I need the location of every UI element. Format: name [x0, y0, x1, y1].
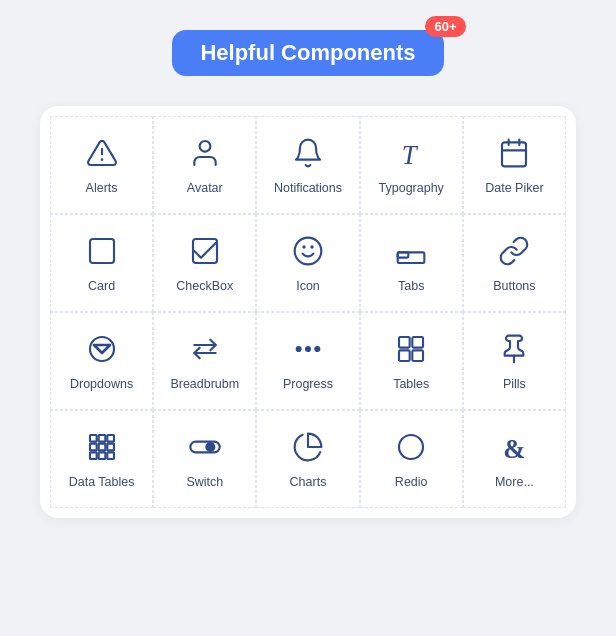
- svg-text:T: T: [402, 140, 419, 169]
- svg-point-2: [199, 141, 210, 152]
- buttons-label: Buttons: [493, 279, 535, 293]
- grid-item-checkbox[interactable]: CheckBox: [153, 214, 256, 312]
- svg-rect-32: [90, 452, 97, 459]
- icon-icon: [290, 233, 326, 269]
- svg-rect-23: [399, 350, 410, 361]
- grid-item-dropdowns[interactable]: Dropdowns: [50, 312, 153, 410]
- dropdowns-icon: [84, 331, 120, 367]
- card-icon: [84, 233, 120, 269]
- pills-label: Pills: [503, 377, 526, 391]
- grid-item-typography[interactable]: TTypography: [360, 116, 463, 214]
- component-count-badge: 60+: [425, 16, 465, 37]
- svg-rect-34: [107, 452, 114, 459]
- grid-item-breadcrumbm[interactable]: Breadbrubm: [153, 312, 256, 410]
- svg-rect-28: [107, 435, 114, 442]
- title-pill: Helpful Components: [172, 30, 443, 76]
- svg-rect-9: [193, 239, 217, 263]
- components-grid-container: AlertsAvatarNotificationsTTypographyDate…: [40, 106, 576, 518]
- avatar-icon: [187, 135, 223, 171]
- progress-label: Progress: [283, 377, 333, 391]
- switch-icon: [187, 429, 223, 465]
- grid-item-more[interactable]: &More...: [463, 410, 566, 508]
- svg-rect-22: [413, 337, 424, 348]
- svg-rect-31: [107, 444, 114, 451]
- tables-icon: [393, 331, 429, 367]
- svg-point-36: [206, 443, 214, 451]
- grid-item-progress[interactable]: Progress: [256, 312, 359, 410]
- grid-item-tabs[interactable]: Tabs: [360, 214, 463, 312]
- svg-rect-4: [502, 142, 526, 166]
- grid-item-buttons[interactable]: Buttons: [463, 214, 566, 312]
- data-tables-icon: [84, 429, 120, 465]
- date-piker-icon: [496, 135, 532, 171]
- grid-item-charts[interactable]: Charts: [256, 410, 359, 508]
- svg-rect-14: [398, 252, 409, 257]
- grid-item-switch[interactable]: Switch: [153, 410, 256, 508]
- more-icon: &: [496, 429, 532, 465]
- card-label: Card: [88, 279, 115, 293]
- page-title: Helpful Components: [200, 40, 415, 65]
- grid-item-icon[interactable]: Icon: [256, 214, 359, 312]
- svg-point-10: [295, 238, 322, 265]
- svg-point-19: [306, 347, 310, 351]
- svg-point-37: [399, 435, 423, 459]
- more-label: More...: [495, 475, 534, 489]
- components-grid: AlertsAvatarNotificationsTTypographyDate…: [50, 116, 566, 508]
- typography-icon: T: [393, 135, 429, 171]
- alerts-icon: [84, 135, 120, 171]
- tables-label: Tables: [393, 377, 429, 391]
- grid-item-avatar[interactable]: Avatar: [153, 116, 256, 214]
- switch-label: Switch: [186, 475, 223, 489]
- charts-icon: [290, 429, 326, 465]
- svg-rect-33: [98, 452, 105, 459]
- grid-item-pills[interactable]: Pills: [463, 312, 566, 410]
- typography-label: Typography: [379, 181, 444, 195]
- notifications-label: Notifications: [274, 181, 342, 195]
- notifications-icon: [290, 135, 326, 171]
- svg-rect-27: [98, 435, 105, 442]
- checkbox-icon: [187, 233, 223, 269]
- svg-rect-24: [413, 350, 424, 361]
- header-section: Helpful Components 60+: [172, 30, 443, 76]
- redio-label: Redio: [395, 475, 428, 489]
- svg-point-18: [297, 347, 301, 351]
- svg-rect-30: [98, 444, 105, 451]
- redio-icon: [393, 429, 429, 465]
- breadcrumbm-icon: [187, 331, 223, 367]
- grid-item-date-piker[interactable]: Date Piker: [463, 116, 566, 214]
- svg-text:&: &: [504, 434, 526, 463]
- grid-item-data-tables[interactable]: Data Tables: [50, 410, 153, 508]
- pills-icon: [496, 331, 532, 367]
- buttons-icon: [496, 233, 532, 269]
- grid-item-redio[interactable]: Redio: [360, 410, 463, 508]
- progress-icon: [290, 331, 326, 367]
- tabs-icon: [393, 233, 429, 269]
- grid-item-notifications[interactable]: Notifications: [256, 116, 359, 214]
- checkbox-label: CheckBox: [176, 279, 233, 293]
- title-badge-wrapper: Helpful Components 60+: [172, 30, 443, 76]
- dropdowns-label: Dropdowns: [70, 377, 133, 391]
- tabs-label: Tabs: [398, 279, 424, 293]
- svg-rect-26: [90, 435, 97, 442]
- date-piker-label: Date Piker: [485, 181, 543, 195]
- svg-rect-8: [90, 239, 114, 263]
- svg-rect-29: [90, 444, 97, 451]
- grid-item-card[interactable]: Card: [50, 214, 153, 312]
- avatar-label: Avatar: [187, 181, 223, 195]
- breadcrumbm-label: Breadbrubm: [170, 377, 239, 391]
- grid-item-tables[interactable]: Tables: [360, 312, 463, 410]
- data-tables-label: Data Tables: [69, 475, 135, 489]
- charts-label: Charts: [290, 475, 327, 489]
- alerts-label: Alerts: [86, 181, 118, 195]
- icon-label: Icon: [296, 279, 320, 293]
- svg-marker-15: [94, 345, 110, 353]
- svg-rect-21: [399, 337, 410, 348]
- grid-item-alerts[interactable]: Alerts: [50, 116, 153, 214]
- svg-point-20: [315, 347, 319, 351]
